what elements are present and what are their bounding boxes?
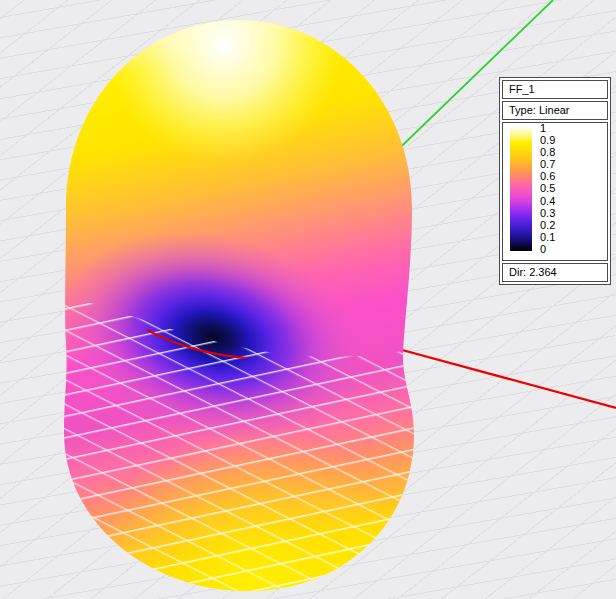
tick-label: 1	[540, 123, 555, 134]
tick-label: 0.2	[540, 220, 555, 231]
tick-label: 0.5	[540, 183, 555, 194]
tick-label: 0.9	[540, 135, 555, 146]
colorbar-ticks: 1 0.9 0.8 0.7 0.6 0.5 0.4 0.3 0.2 0.1 0	[540, 123, 555, 255]
x-axis-line	[380, 344, 616, 408]
legend-scale-type: Type: Linear	[502, 101, 608, 120]
3d-viewport[interactable]: FF_1 Type: Linear 1 0.9 0.8 0.7 0.6 0.5 …	[0, 0, 616, 599]
tick-label: 0	[540, 244, 555, 255]
legend-colorbar-cell: 1 0.9 0.8 0.7 0.6 0.5 0.4 0.3 0.2 0.1 0	[502, 122, 608, 261]
legend-directivity: Dir: 2.364	[502, 263, 608, 282]
farfield-pattern-lobe	[40, 20, 440, 599]
tick-label: 0.4	[540, 196, 555, 207]
colorbar-gradient	[510, 127, 532, 251]
tick-label: 0.6	[540, 171, 555, 182]
tick-label: 0.1	[540, 232, 555, 243]
tick-label: 0.7	[540, 159, 555, 170]
legend-title: FF_1	[502, 80, 608, 99]
tick-label: 0.3	[540, 208, 555, 219]
tick-label: 0.8	[540, 147, 555, 158]
farfield-legend-panel: FF_1 Type: Linear 1 0.9 0.8 0.7 0.6 0.5 …	[499, 77, 611, 285]
